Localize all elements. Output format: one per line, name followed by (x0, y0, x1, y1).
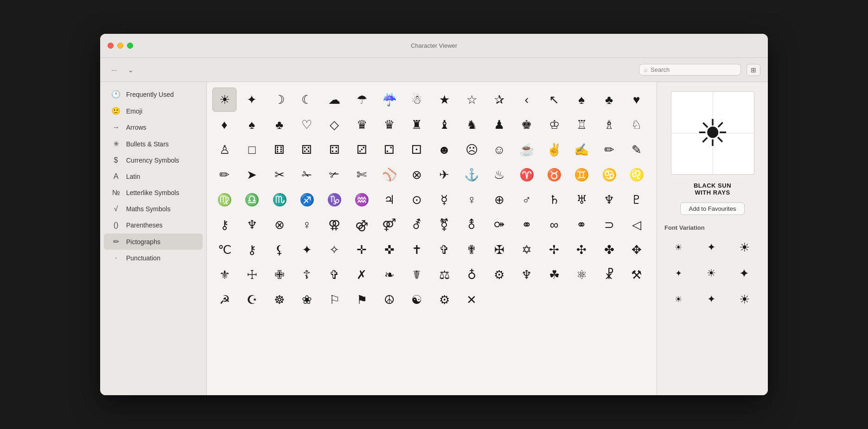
char-cell[interactable]: ☺ (487, 138, 511, 162)
char-cell[interactable]: ✰ (487, 88, 511, 112)
char-cell[interactable]: ✌ (542, 138, 566, 162)
char-cell[interactable]: ✤ (597, 238, 621, 262)
search-input[interactable] (651, 66, 736, 73)
char-cell[interactable]: ❀ (295, 288, 319, 312)
close-button[interactable] (108, 43, 114, 49)
char-cell[interactable]: ➤ (240, 163, 264, 187)
char-cell[interactable]: ☂ (350, 88, 374, 112)
char-cell[interactable]: ‹ (515, 88, 539, 112)
char-cell[interactable]: ✥ (625, 238, 649, 262)
char-cell[interactable]: ✦ (240, 88, 264, 112)
char-cell[interactable]: ✦ (295, 238, 319, 262)
char-cell[interactable]: ✢ (542, 238, 566, 262)
char-cell[interactable]: ✍ (569, 138, 594, 162)
char-cell[interactable]: ✗ (350, 263, 374, 287)
char-cell[interactable]: ♈ (515, 163, 539, 187)
char-cell[interactable]: ♘ (625, 113, 649, 137)
char-cell[interactable]: ✎ (625, 138, 649, 162)
char-cell[interactable]: ⊗ (405, 163, 429, 187)
char-cell[interactable]: ⚛ (569, 263, 594, 287)
char-cell[interactable]: ♌ (625, 163, 649, 187)
char-cell[interactable]: ↖ (542, 88, 566, 112)
char-cell[interactable]: ⚢ (322, 213, 346, 237)
char-cell[interactable]: ☕ (515, 138, 539, 162)
char-cell[interactable]: ♂ (515, 188, 539, 212)
char-cell[interactable]: ⊙ (405, 188, 429, 212)
font-variation-cell[interactable]: ☀ (697, 262, 725, 285)
char-cell[interactable]: ♖ (569, 113, 594, 137)
char-cell[interactable]: ✜ (377, 238, 402, 262)
sidebar-item-maths[interactable]: √ Maths Symbols (104, 201, 203, 217)
char-cell[interactable]: ♇ (625, 188, 649, 212)
char-cell[interactable]: ♠ (569, 88, 594, 112)
char-cell[interactable]: ✄ (350, 163, 374, 187)
char-cell[interactable]: ♜ (405, 113, 429, 137)
char-cell[interactable]: ✙ (268, 263, 292, 287)
char-cell[interactable]: ☩ (240, 263, 264, 287)
char-cell[interactable]: ⚭ (569, 213, 594, 237)
add-to-favourites-button[interactable]: Add to Favourites (680, 202, 745, 215)
char-cell[interactable]: ♒ (350, 188, 374, 212)
char-cell[interactable]: ♅ (569, 188, 594, 212)
char-cell[interactable]: ☧ (597, 263, 621, 287)
char-cell[interactable]: ♝ (432, 113, 456, 137)
char-cell[interactable]: ♏ (268, 188, 292, 212)
char-cell[interactable]: ⊗ (268, 213, 292, 237)
char-cell[interactable]: ☤ (405, 263, 429, 287)
char-cell[interactable]: ✕ (460, 288, 484, 312)
char-cell[interactable]: ☀ (212, 88, 236, 112)
char-cell[interactable]: ⚷ (212, 213, 236, 237)
char-cell[interactable]: ☻ (432, 138, 456, 162)
char-cell[interactable]: ⚾ (377, 163, 402, 187)
char-cell[interactable]: ✂ (268, 163, 292, 187)
char-cell[interactable]: ♙ (212, 138, 236, 162)
char-cell[interactable]: ♟ (487, 113, 511, 137)
char-cell[interactable]: ⚖ (432, 263, 456, 287)
char-cell[interactable]: ♉ (542, 163, 566, 187)
font-variation-cell[interactable]: ☀ (664, 236, 692, 259)
char-cell[interactable]: ♞ (460, 113, 484, 137)
char-cell[interactable]: ☾ (295, 88, 319, 112)
char-cell[interactable]: ♄ (542, 188, 566, 212)
char-cell[interactable]: ⚒ (625, 263, 649, 287)
char-cell[interactable]: ☦ (295, 263, 319, 287)
char-cell[interactable]: ⚃ (322, 138, 346, 162)
char-cell[interactable]: ♆ (597, 188, 621, 212)
char-cell[interactable]: ℃ (212, 238, 236, 262)
sidebar-item-pictographs[interactable]: ✏ Pictographs (104, 233, 203, 250)
char-cell[interactable]: ✞ (322, 263, 346, 287)
char-cell[interactable]: ⚸ (268, 238, 292, 262)
char-cell[interactable]: ⚁ (377, 138, 402, 162)
char-cell[interactable]: ✛ (350, 238, 374, 262)
sidebar-item-currency-symbols[interactable]: $ Currency Symbols (104, 152, 203, 168)
char-cell[interactable]: ☽ (268, 88, 292, 112)
char-cell[interactable]: ☔ (377, 88, 402, 112)
char-cell[interactable]: ☮ (377, 288, 402, 312)
char-cell[interactable]: ✧ (322, 238, 346, 262)
char-cell[interactable]: ⚐ (322, 288, 346, 312)
font-variation-cell[interactable]: ☀ (664, 288, 692, 311)
char-cell[interactable]: ✟ (460, 238, 484, 262)
char-cell[interactable]: ♊ (569, 163, 594, 187)
char-cell[interactable]: ♠ (240, 113, 264, 137)
char-cell[interactable]: ✡ (515, 238, 539, 262)
font-variation-cell[interactable]: ✦ (697, 288, 725, 311)
chevron-button[interactable]: ⌄ (124, 63, 137, 76)
sidebar-item-bullets-stars[interactable]: ✳ Bullets & Stars (104, 136, 203, 152)
char-cell[interactable]: ⊕ (487, 188, 511, 212)
char-cell[interactable]: ⚭ (515, 213, 539, 237)
font-variation-cell[interactable]: ☀ (730, 236, 758, 259)
char-cell[interactable]: ☆ (460, 88, 484, 112)
sidebar-item-latin[interactable]: A Latin (104, 169, 203, 184)
char-cell[interactable]: ♡ (295, 113, 319, 137)
char-cell[interactable]: ☪ (240, 288, 264, 312)
char-cell[interactable]: ◇ (322, 113, 346, 137)
char-cell[interactable]: ☭ (212, 288, 236, 312)
char-cell[interactable]: ☿ (432, 188, 456, 212)
sidebar-item-arrows[interactable]: → Arrows (104, 120, 203, 135)
char-cell[interactable]: ❧ (377, 263, 402, 287)
font-variation-cell[interactable]: ✦ (730, 262, 758, 285)
char-cell[interactable]: ♐ (295, 188, 319, 212)
char-cell[interactable]: ★ (432, 88, 456, 112)
char-cell[interactable]: ⚀ (405, 138, 429, 162)
